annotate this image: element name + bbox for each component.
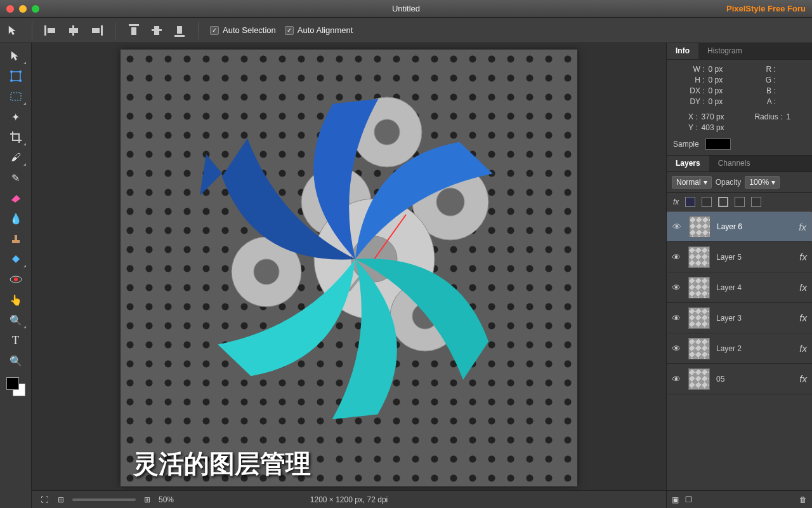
marquee-tool[interactable] [5,88,27,105]
fx-badge[interactable]: fx [799,282,807,293]
pencil-tool[interactable]: ✎ [5,169,27,187]
opacity-select[interactable]: 100% ▾ [745,176,780,189]
sample-swatch[interactable] [705,138,731,150]
svg-rect-19 [15,235,17,240]
visibility-toggle-icon[interactable]: 👁 [672,222,683,232]
document-title: Untitled [392,4,420,13]
zoom-out-icon[interactable]: ⊟ [56,495,66,505]
brush-tool[interactable]: 🖌 [5,149,27,166]
lock-pixels-icon[interactable] [702,197,712,207]
info-h-label: H : [673,76,709,84]
foreground-color-swatch[interactable] [6,377,19,390]
lock-all-icon[interactable] [735,197,745,207]
layers-panel-tabs: Layers Channels [667,156,812,172]
svg-point-15 [10,79,13,82]
info-g-label: G : [740,76,780,84]
layer-row[interactable]: 👁Layer 6fx [667,211,812,242]
zoom-tool[interactable]: 🔍 [5,311,27,329]
fx-badge[interactable]: fx [799,222,806,232]
fx-badge[interactable]: fx [799,343,807,354]
layer-row[interactable]: 👁Layer 4fx [667,272,812,303]
layer-row[interactable]: 👁Layer 2fx [667,333,812,364]
layer-thumbnail[interactable] [688,338,710,359]
tab-histogram[interactable]: Histogram [698,43,751,59]
transform-tool[interactable] [5,67,27,85]
info-dx-value: 0 px [709,86,740,95]
fx-badge[interactable]: fx [799,373,807,384]
zoom-in-icon[interactable]: ⊞ [142,495,152,505]
tab-layers[interactable]: Layers [667,156,709,171]
svg-rect-17 [11,93,21,100]
svg-point-13 [10,70,13,73]
layer-thumbnail[interactable] [688,368,710,390]
align-top-icon[interactable] [127,23,141,38]
color-swatches[interactable] [6,377,25,396]
separator [32,22,32,39]
layer-thumbnail[interactable] [689,216,710,237]
fx-badge[interactable]: fx [799,312,807,323]
layer-thumbnail[interactable] [688,246,710,268]
clone-stamp-tool[interactable] [5,230,27,248]
blend-mode-select[interactable]: Normal ▾ [672,176,712,189]
tab-channels[interactable]: Channels [709,156,759,171]
navigator-zoom-tool[interactable]: 🔍 [5,352,27,370]
fx-label[interactable]: fx [673,197,679,206]
align-bottom-icon[interactable] [173,23,187,38]
visibility-toggle-icon[interactable]: 👁 [672,283,682,293]
auto-alignment-checkbox[interactable]: ✓Auto Alignment [285,25,353,35]
move-tool[interactable] [5,47,27,65]
options-bar: ✓Auto Selection ✓Auto Alignment [0,18,812,43]
layer-row[interactable]: 👁05fx [667,364,812,394]
info-dx-label: DX : [673,86,709,95]
tab-info[interactable]: Info [667,43,698,59]
visibility-toggle-icon[interactable]: 👁 [672,313,682,323]
info-dy-label: DY : [673,97,709,106]
close-window-button[interactable] [6,5,14,13]
svg-rect-3 [69,28,78,33]
auto-selection-label: Auto Selection [223,25,276,35]
svg-point-21 [14,277,18,281]
move-tool-indicator-icon [6,23,20,38]
forum-link[interactable]: PixelStyle Free Foru [726,4,806,13]
info-r-label: R : [740,65,780,74]
svg-rect-4 [101,25,103,36]
align-left-icon[interactable] [44,23,58,38]
magic-wand-tool[interactable]: ✦ [5,108,27,126]
visibility-toggle-icon[interactable]: 👁 [672,344,682,354]
smudge-tool[interactable]: 👆 [5,291,27,309]
layer-thumbnail[interactable] [688,307,710,329]
red-eye-tool[interactable] [5,271,27,288]
eyedropper-tool[interactable]: 💧 [5,210,27,227]
document-info: 1200 × 1200 px, 72 dpi [310,495,388,504]
bucket-tool[interactable] [5,250,27,268]
svg-rect-1 [48,28,55,33]
lock-transparency-icon[interactable] [685,197,695,207]
crop-tool[interactable] [5,128,27,146]
layer-row[interactable]: 👁Layer 3fx [667,303,812,333]
maximize-window-button[interactable] [32,5,39,13]
info-a-label: A : [740,97,780,106]
eraser-tool[interactable] [5,189,27,207]
auto-selection-checkbox[interactable]: ✓Auto Selection [210,25,276,35]
delete-layer-icon[interactable]: 🗑 [799,495,807,504]
lock-extra-icon[interactable] [751,197,761,207]
zoom-slider[interactable] [72,498,136,501]
lock-position-icon[interactable] [718,197,728,207]
minimize-window-button[interactable] [19,5,27,13]
new-layer-icon[interactable]: ▣ [672,495,679,504]
fullscreen-icon[interactable]: ⛶ [39,495,49,505]
align-center-h-icon[interactable] [67,23,81,38]
layer-name: Layer 4 [716,283,793,292]
fx-badge[interactable]: fx [799,251,807,262]
align-right-icon[interactable] [89,23,103,38]
arrows-artwork [165,62,558,456]
visibility-toggle-icon[interactable]: 👁 [672,252,682,262]
layer-thumbnail[interactable] [688,277,710,298]
duplicate-layer-icon[interactable]: ❐ [685,495,692,504]
align-center-v-icon[interactable] [150,23,164,38]
text-tool[interactable]: T [5,331,27,349]
document-canvas[interactable]: 灵活的图层管理 [121,50,577,486]
layer-row[interactable]: 👁Layer 5fx [667,242,812,272]
visibility-toggle-icon[interactable]: 👁 [672,374,682,384]
info-x-label: X : [673,112,702,121]
